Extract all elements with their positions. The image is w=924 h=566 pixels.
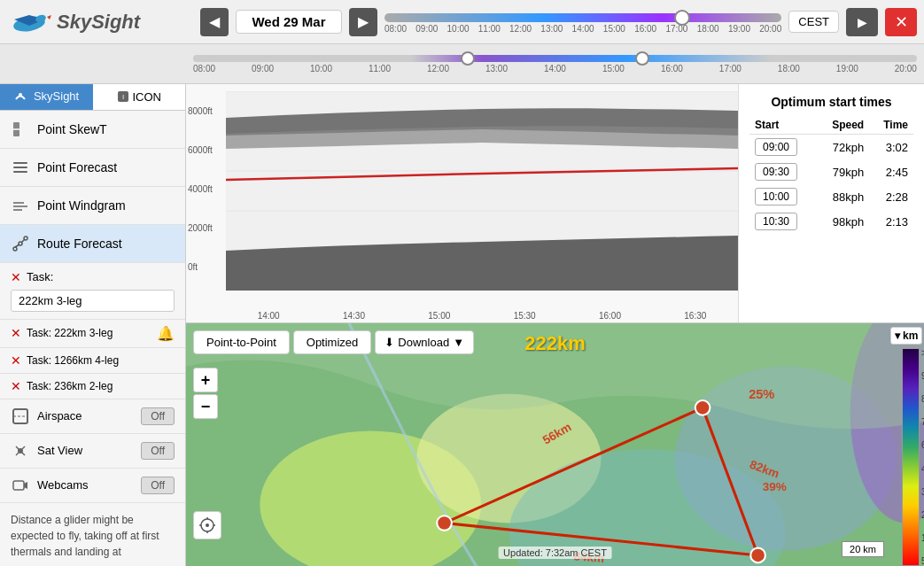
task-label: Task: bbox=[27, 270, 53, 283]
task-item-label-0: Task: 222km 3-leg bbox=[27, 327, 113, 339]
task-clear-icon[interactable]: ✕ bbox=[11, 270, 21, 284]
start-time-button[interactable]: 09:30 bbox=[755, 163, 797, 181]
svg-text:I: I bbox=[121, 93, 123, 101]
zoom-in-button[interactable]: + bbox=[193, 368, 218, 392]
content-area: 8000ft 6000ft 4000ft 2000ft 0ft bbox=[186, 84, 924, 566]
route-icon bbox=[11, 234, 30, 253]
skewt-icon bbox=[11, 120, 30, 139]
tab-skysight[interactable]: SkySight bbox=[0, 84, 93, 110]
speed-cell: 79kph bbox=[816, 159, 869, 184]
airspace-toggle-button[interactable]: Off bbox=[141, 407, 175, 425]
sidebar-description: Distance a glider might be expected to f… bbox=[0, 503, 185, 566]
sub-timeline-labels: 08:00 09:00 10:00 11:00 12:00 13:00 14:0… bbox=[193, 64, 917, 74]
logo-area: SkySight bbox=[7, 6, 193, 38]
point-skewt-label: Point SkewT bbox=[37, 122, 107, 136]
optimized-button[interactable]: Optimized bbox=[293, 330, 372, 354]
optimum-times-panel: Optimum start times Start Speed Time 09:… bbox=[738, 84, 924, 322]
col-header-start: Start bbox=[749, 116, 816, 135]
sidebar-item-point-skewt[interactable]: Point SkewT bbox=[0, 111, 185, 149]
speed-cell: 72kph bbox=[816, 135, 869, 160]
start-time-button[interactable]: 10:30 bbox=[755, 213, 797, 230]
top-panel: 8000ft 6000ft 4000ft 2000ft 0ft bbox=[186, 84, 924, 323]
task-remove-icon-2[interactable]: ✕ bbox=[11, 379, 21, 393]
svg-line-19 bbox=[21, 239, 25, 243]
sub-timeline-track[interactable] bbox=[193, 55, 917, 62]
timezone-button[interactable]: CEST bbox=[788, 11, 839, 33]
webcams-toggle-button[interactable]: Off bbox=[141, 477, 175, 494]
sidebar-item-point-windgram[interactable]: Point Windgram bbox=[0, 187, 185, 225]
table-row[interactable]: 10:30 98kph 2:13 bbox=[749, 209, 913, 234]
sub-thumb-right[interactable] bbox=[635, 51, 649, 66]
sub-header: 08:00 09:00 10:00 11:00 12:00 13:00 14:0… bbox=[0, 44, 924, 84]
time-cell: 2:45 bbox=[869, 159, 913, 184]
bell-icon-0[interactable]: 🔔 bbox=[157, 325, 175, 342]
svg-rect-9 bbox=[13, 162, 27, 164]
speed-cell: 88kph bbox=[816, 184, 869, 209]
airspace-toggle-row: Airspace Off bbox=[0, 399, 185, 434]
col-header-speed: Speed bbox=[816, 116, 869, 135]
svg-point-15 bbox=[13, 247, 17, 251]
airspace-icon bbox=[11, 407, 30, 426]
locate-button[interactable] bbox=[193, 511, 221, 539]
date-display: Wed 29 Mar bbox=[236, 10, 342, 34]
task-item-2[interactable]: ✕ Task: 236km 2-leg bbox=[0, 374, 185, 399]
airspace-label: Airspace bbox=[37, 409, 82, 423]
map-toolbar: Point-to-Point Optimized ⬇ Download ▼ bbox=[193, 330, 474, 354]
distance-label: 222km bbox=[524, 332, 586, 355]
optimum-times-table: Start Speed Time 09:00 72kph 3:02 09:30 … bbox=[749, 116, 913, 234]
sat-view-toggle-button[interactable]: Off bbox=[141, 442, 175, 460]
chart-x-labels: 14:00 14:30 15:00 15:30 16:00 16:30 bbox=[226, 311, 738, 321]
optimum-times-title: Optimum start times bbox=[749, 95, 913, 109]
main-timeline: 08:00 09:00 10:00 11:00 12:00 13:00 14:0… bbox=[384, 6, 781, 38]
time-cell: 2:13 bbox=[869, 209, 913, 234]
col-header-time: Time bbox=[869, 116, 913, 135]
sidebar-item-point-forecast[interactable]: Point Forecast bbox=[0, 149, 185, 187]
task-remove-icon-0[interactable]: ✕ bbox=[11, 326, 21, 340]
legend-km-label[interactable]: ▾ km bbox=[890, 327, 923, 345]
task-item-label-1: Task: 1266km 4-leg bbox=[27, 354, 119, 367]
map-background bbox=[186, 323, 924, 566]
start-time-button[interactable]: 10:00 bbox=[755, 188, 797, 205]
logo-icon bbox=[7, 6, 51, 38]
speed-cell: 98kph bbox=[816, 209, 869, 234]
task-item-0[interactable]: ✕ Task: 222km 3-leg 🔔 bbox=[0, 320, 185, 348]
bars-icon bbox=[11, 158, 30, 177]
chart-area: 8000ft 6000ft 4000ft 2000ft 0ft bbox=[186, 84, 738, 322]
task-section: ✕ Task: 222km 3-leg bbox=[0, 263, 185, 320]
header: SkySight ◀ Wed 29 Mar ▶ 08:00 09:00 10:0… bbox=[0, 0, 924, 44]
svg-point-54 bbox=[206, 523, 209, 527]
timeline-thumb[interactable] bbox=[674, 10, 690, 26]
satellite-icon bbox=[11, 441, 30, 461]
tab-icon[interactable]: I ICON bbox=[93, 84, 186, 110]
start-time-button[interactable]: 09:00 bbox=[755, 138, 797, 156]
timeline-labels: 08:00 09:00 10:00 11:00 12:00 13:00 14:0… bbox=[384, 24, 781, 34]
point-to-point-button[interactable]: Point-to-Point bbox=[193, 330, 290, 354]
task-input[interactable]: 222km 3-leg bbox=[11, 290, 175, 312]
sidebar-tabs: SkySight I ICON bbox=[0, 84, 185, 111]
play-button[interactable]: ▶ bbox=[846, 8, 878, 36]
download-button[interactable]: ⬇ Download ▼ bbox=[375, 330, 474, 354]
zoom-out-button[interactable]: − bbox=[193, 394, 218, 419]
main-layout: SkySight I ICON Point SkewT Poi bbox=[0, 84, 924, 566]
sub-thumb-left[interactable] bbox=[461, 51, 475, 66]
task-item-1[interactable]: ✕ Task: 1266km 4-leg bbox=[0, 348, 185, 374]
sidebar-item-route-forecast[interactable]: Route Forecast bbox=[0, 225, 185, 263]
webcams-toggle-row: Webcams Off bbox=[0, 469, 185, 503]
webcam-icon bbox=[11, 476, 30, 495]
prev-date-button[interactable]: ◀ bbox=[200, 8, 229, 36]
timeline-track[interactable] bbox=[384, 13, 781, 22]
task-remove-icon-1[interactable]: ✕ bbox=[11, 353, 21, 368]
table-row[interactable]: 10:00 88kph 2:28 bbox=[749, 184, 913, 209]
sat-view-label: Sat View bbox=[37, 444, 82, 457]
scale-label: 20 km bbox=[850, 544, 876, 554]
svg-rect-11 bbox=[13, 171, 27, 173]
chart-y-labels: 8000ft 6000ft 4000ft 2000ft 0ft bbox=[186, 91, 213, 286]
sat-view-toggle-row: Sat View Off bbox=[0, 434, 185, 469]
svg-marker-3 bbox=[47, 15, 51, 19]
svg-rect-10 bbox=[13, 167, 27, 168]
table-row[interactable]: 09:30 79kph 2:45 bbox=[749, 159, 913, 184]
next-date-button[interactable]: ▶ bbox=[349, 8, 377, 36]
close-button[interactable]: ✕ bbox=[885, 8, 917, 36]
svg-line-18 bbox=[15, 244, 19, 247]
table-row[interactable]: 09:00 72kph 3:02 bbox=[749, 135, 913, 160]
